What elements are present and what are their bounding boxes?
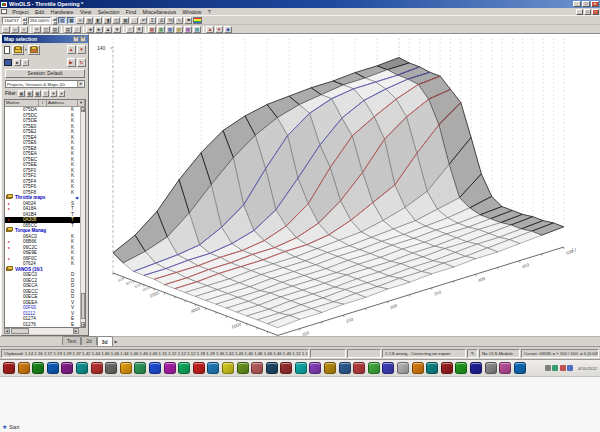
tab-text[interactable]: Text bbox=[62, 336, 81, 345]
grid-right-icon[interactable]: ◨ bbox=[103, 17, 111, 24]
tray-icon[interactable] bbox=[545, 365, 551, 371]
open-icon[interactable]: ▱ bbox=[11, 26, 19, 33]
dock-app-icon[interactable] bbox=[76, 362, 88, 374]
maps-window-icon[interactable]: ▦ bbox=[121, 17, 129, 24]
dock-app-icon[interactable] bbox=[207, 362, 219, 374]
percent-icon[interactable]: % bbox=[166, 17, 174, 24]
dock-app-icon[interactable] bbox=[18, 362, 30, 374]
dock-app-icon[interactable] bbox=[91, 362, 103, 374]
map-yellow-icon[interactable]: ▦ bbox=[175, 26, 183, 33]
grid-both-icon[interactable]: ◫ bbox=[112, 17, 120, 24]
column-header-[interactable]: ▾ bbox=[78, 100, 85, 106]
wave-icon[interactable]: ∿ bbox=[175, 17, 183, 24]
dock-app-icon[interactable] bbox=[61, 362, 73, 374]
paste-icon[interactable]: ▤ bbox=[51, 26, 59, 33]
dock-app-icon[interactable] bbox=[514, 362, 526, 374]
dock-app-icon[interactable] bbox=[397, 362, 409, 374]
dock-app-icon[interactable] bbox=[3, 362, 15, 374]
resize-grip[interactable] bbox=[79, 328, 86, 334]
dock-app-icon[interactable] bbox=[426, 362, 438, 374]
tab-2d[interactable]: 2d bbox=[81, 336, 97, 345]
cut-icon[interactable]: ✂ bbox=[33, 26, 41, 33]
zoom-spinner[interactable]: ▲▼ bbox=[52, 17, 57, 24]
map-purple-icon[interactable]: ▦ bbox=[184, 26, 192, 33]
checkin-button[interactable]: ▲ bbox=[67, 45, 76, 54]
value-format-combo[interactable]: 16d737 bbox=[2, 17, 21, 24]
checksum-icon[interactable]: ✓ bbox=[126, 26, 134, 33]
dock-app-icon[interactable] bbox=[470, 362, 482, 374]
sigma-icon[interactable]: Σ bbox=[148, 17, 156, 24]
menu-hardware[interactable]: Hardware bbox=[47, 9, 76, 15]
dock-app-icon[interactable] bbox=[324, 362, 336, 374]
dock-app-icon[interactable] bbox=[353, 362, 365, 374]
mdi-minimize-button[interactable]: _ bbox=[576, 9, 583, 15]
dock-app-icon[interactable] bbox=[237, 362, 249, 374]
tab-scroll-icon[interactable]: ▶ bbox=[115, 337, 118, 346]
properties-button[interactable]: ■ bbox=[14, 59, 21, 66]
scope-dropdown[interactable]: Projects, Versions & Maps (Di ▼ bbox=[5, 80, 85, 88]
search-icon[interactable]: ○ bbox=[73, 26, 81, 33]
zoom-combo[interactable]: 250.000% bbox=[28, 17, 52, 24]
filter-dropdown-button[interactable]: ▾ bbox=[58, 90, 65, 97]
dock-app-icon[interactable] bbox=[485, 362, 497, 374]
mdi-restore-button[interactable]: □ bbox=[584, 9, 591, 15]
surface-plot[interactable]: 1402000400060008000400800120016002002503… bbox=[0, 34, 600, 337]
dock-app-icon[interactable] bbox=[368, 362, 380, 374]
mdi-close-button[interactable]: × bbox=[592, 9, 599, 15]
view-2d-icon[interactable]: ▤ bbox=[58, 17, 66, 24]
dock-app-icon[interactable] bbox=[105, 362, 117, 374]
maximize-button[interactable]: □ bbox=[582, 1, 590, 7]
filter-funnel-button[interactable]: ▼ bbox=[50, 90, 57, 97]
dock-app-icon[interactable] bbox=[222, 362, 234, 374]
dock-app-icon[interactable] bbox=[32, 362, 44, 374]
filter-maps-button[interactable]: ▦ bbox=[26, 90, 33, 97]
menu-project[interactable]: Project bbox=[9, 9, 32, 15]
dock-app-icon[interactable] bbox=[339, 362, 351, 374]
grid-columns-icon[interactable]: ▥ bbox=[85, 17, 93, 24]
scroll-down-icon[interactable]: ▼ bbox=[81, 322, 85, 327]
column-header-marker[interactable]: Marker bbox=[5, 100, 39, 106]
dock-app-icon[interactable] bbox=[193, 362, 205, 374]
open-dropdown-arrow-icon[interactable]: ▾ bbox=[25, 48, 27, 52]
3d-map-view[interactable]: 1402000400060008000400800120016002002503… bbox=[0, 34, 600, 337]
minimize-button[interactable]: _ bbox=[573, 1, 581, 7]
column-header-[interactable]: / bbox=[39, 100, 47, 106]
menu-miscellaneous[interactable]: Miscellaneous bbox=[139, 9, 179, 15]
menu-find[interactable]: Find bbox=[123, 9, 140, 15]
print-icon[interactable]: ▤ bbox=[64, 26, 72, 33]
panel-close-button[interactable]: × bbox=[80, 36, 86, 42]
compare-icon[interactable]: ↔ bbox=[130, 17, 138, 24]
hex-icon[interactable]: # bbox=[135, 26, 143, 33]
dock-app-icon[interactable] bbox=[251, 362, 263, 374]
dock-app-icon[interactable] bbox=[149, 362, 161, 374]
save-project-icon[interactable] bbox=[4, 59, 12, 66]
map-cyan-icon[interactable]: ▦ bbox=[193, 26, 201, 33]
import-file-button[interactable] bbox=[28, 45, 40, 55]
filter-text-button[interactable]: ≡ bbox=[42, 90, 49, 97]
view-3d-icon[interactable]: ▦ bbox=[67, 17, 75, 24]
dock-app-icon[interactable] bbox=[280, 362, 292, 374]
map-list-header[interactable]: Marker/Address▾ bbox=[5, 100, 85, 107]
export-map-button[interactable]: ▶ bbox=[67, 58, 76, 67]
map-red-icon[interactable]: ▦ bbox=[148, 26, 156, 33]
start-button[interactable]: ★ Start bbox=[2, 423, 19, 430]
grid-left-icon[interactable]: ◧ bbox=[94, 17, 102, 24]
dock-app-icon[interactable] bbox=[412, 362, 424, 374]
menu-selection[interactable]: Selection bbox=[95, 9, 123, 15]
dock-app-icon[interactable] bbox=[134, 362, 146, 374]
dock-app-icon[interactable] bbox=[120, 362, 132, 374]
tab-3d[interactable]: 3d bbox=[97, 336, 113, 346]
dock-app-icon[interactable] bbox=[178, 362, 190, 374]
menu-edit[interactable]: Edit bbox=[32, 9, 48, 15]
export-icon[interactable]: ▼ bbox=[215, 26, 223, 33]
horizontal-scroll-thumb[interactable] bbox=[11, 328, 29, 334]
back-icon[interactable]: ◄ bbox=[86, 26, 94, 33]
dock-app-icon[interactable] bbox=[309, 362, 321, 374]
dock-app-icon[interactable] bbox=[47, 362, 59, 374]
close-button[interactable]: × bbox=[591, 1, 599, 7]
dock-app-icon[interactable] bbox=[382, 362, 394, 374]
map-panel-titlebar[interactable]: Map selection ? × bbox=[2, 35, 88, 43]
delta-icon[interactable]: Δ bbox=[157, 17, 165, 24]
view-text-icon[interactable]: ≡ bbox=[76, 17, 84, 24]
column-header-address[interactable]: Address bbox=[47, 100, 78, 106]
